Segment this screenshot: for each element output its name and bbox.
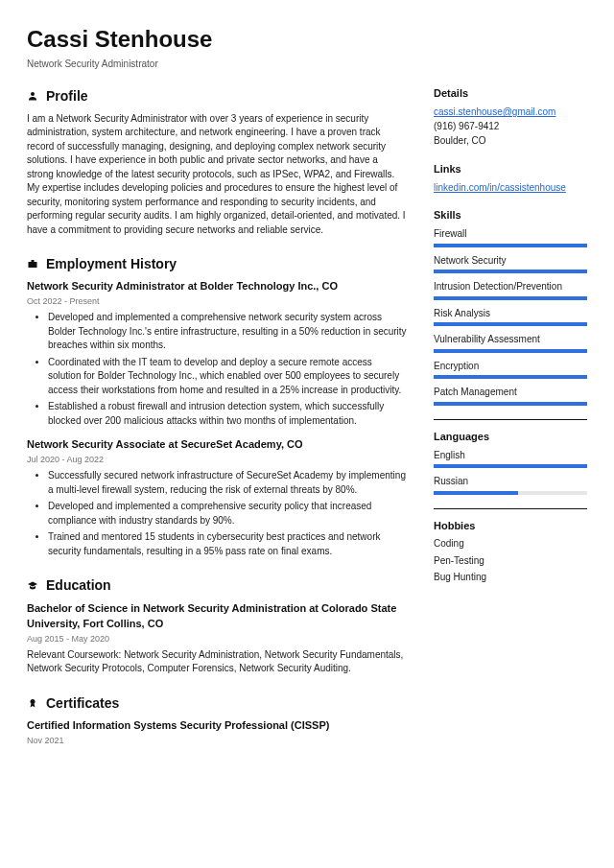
- briefcase-icon: [27, 258, 38, 270]
- person-name: Cassi Stenhouse: [27, 23, 587, 57]
- language-item: English: [434, 449, 587, 469]
- svg-rect-1: [29, 262, 37, 268]
- education-dates: Aug 2015 - May 2020: [27, 633, 407, 645]
- language-label: English: [434, 449, 587, 463]
- job-title: Network Security Administrator at Bolder…: [27, 279, 407, 294]
- svg-point-0: [31, 92, 35, 96]
- header: Cassi Stenhouse Network Security Adminis…: [27, 23, 587, 71]
- job-bullet: Trained and mentored 15 students in cybe…: [48, 530, 407, 558]
- job-bullet: Coordinated with the IT team to develop …: [48, 356, 407, 398]
- hobbies-title: Hobbies: [434, 519, 587, 534]
- job-bullet: Established a robust firewall and intrus…: [48, 400, 407, 428]
- award-icon: [27, 697, 38, 709]
- certificate-dates: Nov 2021: [27, 735, 407, 747]
- language-bar: [434, 464, 587, 468]
- profile-title: Profile: [46, 86, 88, 106]
- skill-label: Firewall: [434, 227, 587, 242]
- job-entry: Network Security Associate at SecureSet …: [27, 437, 407, 558]
- job-dates: Oct 2022 - Present: [27, 295, 407, 308]
- job-bullet: Developed and implemented a comprehensiv…: [48, 500, 407, 528]
- details-section: Details cassi.stenhouse@gmail.com (916) …: [434, 86, 587, 148]
- skill-bar: [434, 244, 587, 247]
- education-title: Education: [46, 575, 111, 595]
- skill-bar: [434, 322, 587, 326]
- skill-item: Risk Analysis: [434, 307, 587, 327]
- skill-item: Vulnerability Assessment: [434, 333, 587, 353]
- languages-section: Languages EnglishRussian: [434, 430, 587, 495]
- person-role: Network Security Administrator: [27, 58, 587, 72]
- certificates-section: Certificates Certified Information Syste…: [27, 693, 407, 747]
- svg-rect-2: [32, 260, 35, 262]
- skill-item: Network Security: [434, 254, 587, 274]
- hobby-item: Pen-Testing: [434, 554, 587, 569]
- email-link[interactable]: cassi.stenhouse@gmail.com: [434, 106, 555, 117]
- external-link[interactable]: linkedin.com/in/cassistenhouse: [434, 182, 566, 193]
- main-column: Profile I am a Network Security Administ…: [27, 86, 407, 757]
- employment-title: Employment History: [46, 254, 177, 273]
- graduation-icon: [27, 580, 38, 592]
- skill-item: Firewall: [434, 227, 587, 247]
- job-title: Network Security Associate at SecureSet …: [27, 437, 407, 453]
- person-icon: [27, 90, 38, 102]
- skill-label: Risk Analysis: [434, 307, 587, 321]
- skill-item: Encryption: [434, 360, 587, 380]
- skill-bar: [434, 296, 587, 300]
- skills-title: Skills: [434, 208, 587, 223]
- skill-bar: [434, 349, 587, 353]
- skill-item: Patch Management: [434, 386, 587, 406]
- certificate-title: Certified Information Systems Security P…: [27, 718, 407, 734]
- skill-bar: [434, 402, 587, 406]
- skill-bar: [434, 270, 587, 273]
- profile-text: I am a Network Security Administrator wi…: [27, 112, 407, 238]
- divider: [434, 508, 587, 509]
- hobbies-section: Hobbies CodingPen-TestingBug Hunting: [434, 519, 587, 585]
- employment-section: Employment History Network Security Admi…: [27, 254, 407, 558]
- skill-bar: [434, 375, 587, 379]
- skill-label: Network Security: [434, 254, 587, 269]
- language-label: Russian: [434, 475, 587, 489]
- job-bullet: Successfully secured network infrastruct…: [48, 469, 407, 497]
- divider: [434, 419, 587, 420]
- hobby-item: Coding: [434, 537, 587, 551]
- job-bullets: Developed and implemented a comprehensiv…: [27, 311, 407, 428]
- profile-section: Profile I am a Network Security Administ…: [27, 86, 407, 237]
- skills-section: Skills FirewallNetwork SecurityIntrusion…: [434, 208, 587, 405]
- certificates-title: Certificates: [46, 693, 119, 713]
- education-degree: Bachelor of Science in Network Security …: [27, 601, 407, 632]
- education-section: Education Bachelor of Science in Network…: [27, 575, 407, 675]
- certificate-entry: Certified Information Systems Security P…: [27, 718, 407, 747]
- job-bullets: Successfully secured network infrastruct…: [27, 469, 407, 558]
- education-text: Relevant Coursework: Network Security Ad…: [27, 648, 407, 676]
- phone-text: (916) 967-9412: [434, 120, 587, 134]
- skill-label: Patch Management: [434, 386, 587, 400]
- job-entry: Network Security Administrator at Bolder…: [27, 279, 407, 428]
- skill-item: Intrusion Detection/Prevention: [434, 280, 587, 300]
- language-item: Russian: [434, 475, 587, 495]
- skill-label: Encryption: [434, 360, 587, 374]
- svg-point-3: [31, 699, 35, 704]
- details-title: Details: [434, 86, 587, 102]
- job-dates: Jul 2020 - Aug 2022: [27, 454, 407, 466]
- skill-label: Vulnerability Assessment: [434, 333, 587, 347]
- language-bar: [434, 491, 587, 495]
- links-title: Links: [434, 162, 587, 177]
- location-text: Boulder, CO: [434, 134, 587, 149]
- education-entry: Bachelor of Science in Network Security …: [27, 601, 407, 676]
- job-bullet: Developed and implemented a comprehensiv…: [48, 311, 407, 353]
- sidebar: Details cassi.stenhouse@gmail.com (916) …: [434, 86, 587, 757]
- hobby-item: Bug Hunting: [434, 571, 587, 585]
- languages-title: Languages: [434, 430, 587, 445]
- links-section: Links linkedin.com/in/cassistenhouse: [434, 162, 587, 195]
- skill-label: Intrusion Detection/Prevention: [434, 280, 587, 294]
